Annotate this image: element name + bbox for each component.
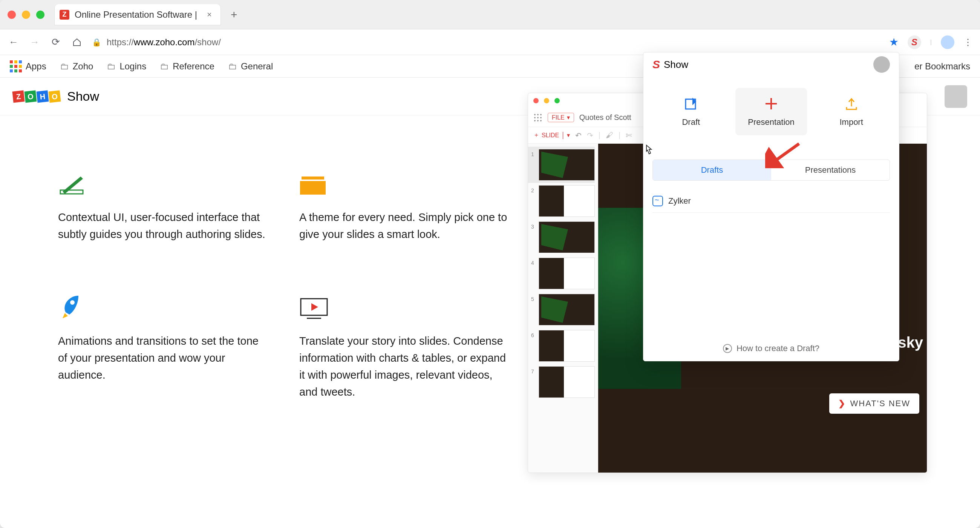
browser-tab[interactable]: Z Online Presentation Software | × [54, 4, 221, 25]
slide-thumb[interactable]: 5 [528, 292, 595, 328]
rocket-icon [58, 296, 269, 320]
tab-title: Online Presentation Software | [75, 10, 197, 20]
show-extension-popup: S Show Draft Presentation Import [643, 52, 899, 361]
cut-icon[interactable]: ✄ [626, 131, 632, 140]
home-button[interactable] [71, 38, 83, 47]
feature-card: Contextual UI, user-focused interface th… [58, 172, 269, 243]
close-icon [533, 98, 539, 103]
slide-thumb[interactable]: 3 [528, 219, 595, 255]
folder-theme-icon [299, 172, 511, 196]
add-slide-button[interactable]: ＋ SLIDE │ ▾ [533, 131, 570, 139]
action-presentation[interactable]: Presentation [735, 88, 807, 136]
action-import[interactable]: Import [816, 88, 887, 136]
show-extension-icon[interactable]: S [908, 35, 921, 49]
reload-button[interactable]: ⟳ [50, 36, 62, 48]
format-painter-icon[interactable]: 🖌 [606, 131, 613, 140]
address-bar: ← → ⟳ 🔒 https://www.zoho.com/show/ ★ S |… [0, 29, 980, 55]
svg-rect-2 [302, 177, 324, 180]
minimize-icon [544, 98, 549, 103]
feature-text: A theme for every need. Simply pick one … [299, 209, 511, 243]
feature-text: Contextual UI, user-focused interface th… [58, 209, 269, 243]
svg-rect-3 [300, 181, 326, 195]
back-button[interactable]: ← [8, 36, 20, 48]
feature-card: A theme for every need. Simply pick one … [299, 172, 511, 243]
apps-grid-icon[interactable] [533, 113, 542, 122]
bookmark-folder-logins[interactable]: 🗀Logins [107, 61, 146, 72]
minimize-window-icon[interactable] [22, 11, 30, 19]
close-tab-icon[interactable]: × [207, 10, 212, 20]
file-menu[interactable]: FILE▾ [548, 113, 574, 122]
favicon-icon: Z [60, 10, 69, 20]
popup-avatar[interactable] [873, 56, 890, 73]
draft-list-item[interactable]: Zylker [652, 190, 890, 213]
upload-icon [816, 96, 887, 111]
redo-icon[interactable]: ↷ [587, 131, 593, 140]
slide-thumb[interactable]: 2 [528, 183, 595, 219]
show-logo-icon: S [652, 58, 660, 71]
maximize-icon [554, 98, 560, 103]
bookmark-folder-general[interactable]: 🗀General [228, 61, 273, 72]
document-title[interactable]: Quotes of Scott [579, 113, 632, 122]
bookmark-folder-reference[interactable]: 🗀Reference [160, 61, 215, 72]
other-bookmarks[interactable]: er Bookmarks [915, 61, 970, 72]
lock-icon: 🔒 [92, 38, 102, 47]
url-text: https://www.zoho.com/show/ [107, 37, 221, 48]
tab-drafts[interactable]: Drafts [653, 160, 771, 180]
action-draft[interactable]: Draft [655, 88, 727, 136]
annotation-arrow-icon [765, 142, 803, 168]
folder-icon: 🗀 [107, 61, 116, 72]
product-name: Show [67, 89, 99, 104]
apps-shortcut[interactable]: Apps [10, 61, 46, 72]
feature-text: Animations and transitions to set the to… [58, 333, 269, 384]
draft-file-icon [652, 196, 663, 206]
whats-new-button[interactable]: ❯ WHAT'S NEW [829, 393, 919, 414]
slide-thumb[interactable]: 4 [528, 255, 595, 292]
folder-icon: 🗀 [60, 61, 69, 72]
new-tab-button[interactable]: + [231, 8, 237, 21]
draft-icon [655, 96, 727, 111]
undo-icon[interactable]: ↶ [575, 131, 582, 140]
slide-thumbnails: 1 2 3 4 5 6 7 [528, 144, 598, 473]
traffic-lights [8, 11, 45, 19]
window-titlebar: Z Online Presentation Software | × + [0, 0, 980, 29]
folder-icon: 🗀 [160, 61, 169, 72]
maximize-window-icon[interactable] [36, 11, 45, 19]
apps-grid-icon [10, 61, 22, 72]
video-play-icon [299, 296, 511, 320]
howto-link[interactable]: ▶ How to create a Draft? [643, 344, 899, 353]
forward-button[interactable]: → [29, 36, 41, 48]
svg-line-9 [773, 144, 799, 163]
profile-avatar-icon[interactable] [941, 35, 955, 49]
play-circle-icon: ▶ [723, 344, 732, 353]
browser-menu-icon[interactable]: ⋮ [963, 37, 972, 48]
feature-text: Translate your story into slides. Conden… [299, 333, 511, 400]
bookmark-star-icon[interactable]: ★ [889, 36, 899, 48]
feature-card: Translate your story into slides. Conden… [299, 296, 511, 400]
chevron-right-icon: ❯ [838, 399, 846, 408]
slide-thumb[interactable]: 7 [528, 364, 595, 400]
feature-card: Animations and transitions to set the to… [58, 296, 269, 384]
plus-icon [735, 96, 807, 111]
slide-thumb[interactable]: 6 [528, 328, 595, 364]
popup-actions: Draft Presentation Import [643, 77, 899, 150]
pencil-ruler-icon [58, 172, 269, 196]
user-avatar[interactable] [945, 85, 967, 108]
slide-thumb[interactable]: 1 [528, 147, 595, 183]
svg-point-1 [70, 300, 75, 305]
popup-brand: S Show [652, 58, 688, 71]
bookmark-folder-zoho[interactable]: 🗀Zoho [60, 61, 94, 72]
close-window-icon[interactable] [8, 11, 16, 19]
url-field[interactable]: 🔒 https://www.zoho.com/show/ [92, 37, 880, 48]
zoho-logo-icon[interactable]: ZOHO [13, 91, 60, 102]
folder-icon: 🗀 [228, 61, 237, 72]
